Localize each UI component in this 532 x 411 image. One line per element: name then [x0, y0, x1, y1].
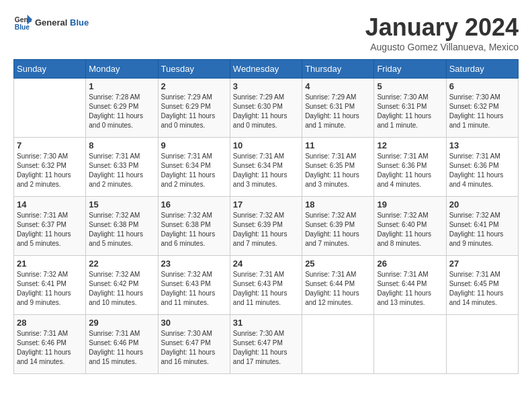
day-info: Sunrise: 7:31 AM Sunset: 6:43 PM Dayligh…: [233, 270, 299, 308]
day-cell: 20Sunrise: 7:32 AM Sunset: 6:41 PM Dayli…: [446, 197, 518, 256]
calendar-table: SundayMondayTuesdayWednesdayThursdayFrid…: [13, 59, 519, 374]
day-cell: 27Sunrise: 7:31 AM Sunset: 6:45 PM Dayli…: [446, 256, 518, 315]
day-info: Sunrise: 7:29 AM Sunset: 6:30 PM Dayligh…: [233, 93, 299, 130]
day-cell: 4Sunrise: 7:29 AM Sunset: 6:31 PM Daylig…: [302, 79, 374, 138]
week-row-5: 28Sunrise: 7:31 AM Sunset: 6:46 PM Dayli…: [14, 315, 519, 374]
day-cell: [374, 315, 446, 374]
day-cell: 12Sunrise: 7:31 AM Sunset: 6:36 PM Dayli…: [374, 138, 446, 197]
day-info: Sunrise: 7:30 AM Sunset: 6:47 PM Dayligh…: [161, 329, 227, 367]
day-cell: 30Sunrise: 7:30 AM Sunset: 6:47 PM Dayli…: [158, 315, 230, 374]
week-row-3: 14Sunrise: 7:31 AM Sunset: 6:37 PM Dayli…: [14, 197, 519, 256]
day-cell: 21Sunrise: 7:32 AM Sunset: 6:41 PM Dayli…: [14, 256, 86, 315]
day-cell: 1Sunrise: 7:28 AM Sunset: 6:29 PM Daylig…: [86, 79, 158, 138]
day-info: Sunrise: 7:32 AM Sunset: 6:43 PM Dayligh…: [161, 270, 227, 308]
day-cell: 16Sunrise: 7:32 AM Sunset: 6:38 PM Dayli…: [158, 197, 230, 256]
day-info: Sunrise: 7:31 AM Sunset: 6:46 PM Dayligh…: [17, 329, 83, 367]
day-number: 29: [89, 318, 154, 328]
weekday-header-tuesday: Tuesday: [158, 60, 230, 79]
day-number: 19: [377, 199, 443, 210]
day-info: Sunrise: 7:32 AM Sunset: 6:42 PM Dayligh…: [89, 270, 154, 308]
day-number: 26: [377, 259, 443, 269]
day-info: Sunrise: 7:31 AM Sunset: 6:34 PM Dayligh…: [233, 152, 299, 189]
day-number: 3: [233, 81, 299, 91]
day-number: 7: [17, 140, 83, 150]
weekday-header-saturday: Saturday: [446, 60, 518, 79]
day-cell: 14Sunrise: 7:31 AM Sunset: 6:37 PM Dayli…: [14, 197, 86, 256]
day-number: 9: [161, 140, 227, 150]
day-cell: 26Sunrise: 7:31 AM Sunset: 6:44 PM Dayli…: [374, 256, 446, 315]
day-info: Sunrise: 7:32 AM Sunset: 6:38 PM Dayligh…: [161, 211, 227, 248]
day-number: 5: [377, 81, 443, 91]
header-row: SundayMondayTuesdayWednesdayThursdayFrid…: [14, 60, 519, 79]
day-info: Sunrise: 7:30 AM Sunset: 6:32 PM Dayligh…: [17, 152, 83, 189]
day-info: Sunrise: 7:31 AM Sunset: 6:36 PM Dayligh…: [377, 152, 443, 189]
day-cell: [302, 315, 374, 374]
day-info: Sunrise: 7:29 AM Sunset: 6:29 PM Dayligh…: [161, 93, 227, 130]
week-row-4: 21Sunrise: 7:32 AM Sunset: 6:41 PM Dayli…: [14, 256, 519, 315]
day-cell: 3Sunrise: 7:29 AM Sunset: 6:30 PM Daylig…: [230, 79, 302, 138]
day-cell: 29Sunrise: 7:31 AM Sunset: 6:46 PM Dayli…: [86, 315, 158, 374]
day-number: 10: [233, 140, 299, 150]
day-number: 12: [377, 140, 443, 150]
day-number: 28: [17, 318, 83, 328]
week-row-1: 1Sunrise: 7:28 AM Sunset: 6:29 PM Daylig…: [14, 79, 519, 138]
day-cell: 11Sunrise: 7:31 AM Sunset: 6:35 PM Dayli…: [302, 138, 374, 197]
day-number: 30: [161, 318, 227, 328]
weekday-header-friday: Friday: [374, 60, 446, 79]
day-info: Sunrise: 7:30 AM Sunset: 6:47 PM Dayligh…: [233, 329, 299, 367]
day-info: Sunrise: 7:31 AM Sunset: 6:44 PM Dayligh…: [305, 270, 371, 308]
logo-blue: Blue: [70, 17, 89, 28]
day-info: Sunrise: 7:31 AM Sunset: 6:45 PM Dayligh…: [449, 270, 515, 308]
day-cell: 13Sunrise: 7:31 AM Sunset: 6:36 PM Dayli…: [446, 138, 518, 197]
day-cell: 18Sunrise: 7:32 AM Sunset: 6:39 PM Dayli…: [302, 197, 374, 256]
weekday-header-sunday: Sunday: [14, 60, 86, 79]
day-cell: 6Sunrise: 7:30 AM Sunset: 6:32 PM Daylig…: [446, 79, 518, 138]
day-cell: 2Sunrise: 7:29 AM Sunset: 6:29 PM Daylig…: [158, 79, 230, 138]
week-row-2: 7Sunrise: 7:30 AM Sunset: 6:32 PM Daylig…: [14, 138, 519, 197]
day-number: 25: [305, 259, 371, 269]
calendar-body: 1Sunrise: 7:28 AM Sunset: 6:29 PM Daylig…: [14, 79, 519, 374]
day-number: 2: [161, 81, 227, 91]
day-cell: 24Sunrise: 7:31 AM Sunset: 6:43 PM Dayli…: [230, 256, 302, 315]
day-info: Sunrise: 7:32 AM Sunset: 6:39 PM Dayligh…: [233, 211, 299, 248]
day-info: Sunrise: 7:29 AM Sunset: 6:31 PM Dayligh…: [305, 93, 371, 130]
day-cell: 22Sunrise: 7:32 AM Sunset: 6:42 PM Dayli…: [86, 256, 158, 315]
day-cell: 15Sunrise: 7:32 AM Sunset: 6:38 PM Dayli…: [86, 197, 158, 256]
day-info: Sunrise: 7:32 AM Sunset: 6:39 PM Dayligh…: [305, 211, 371, 248]
day-number: 4: [305, 81, 371, 91]
day-number: 21: [17, 259, 83, 269]
day-cell: 7Sunrise: 7:30 AM Sunset: 6:32 PM Daylig…: [14, 138, 86, 197]
day-info: Sunrise: 7:32 AM Sunset: 6:41 PM Dayligh…: [17, 270, 83, 308]
weekday-header-monday: Monday: [86, 60, 158, 79]
day-cell: 25Sunrise: 7:31 AM Sunset: 6:44 PM Dayli…: [302, 256, 374, 315]
day-number: 20: [449, 199, 515, 210]
day-info: Sunrise: 7:31 AM Sunset: 6:35 PM Dayligh…: [305, 152, 371, 189]
weekday-header-wednesday: Wednesday: [230, 60, 302, 79]
svg-text:Blue: Blue: [15, 24, 30, 31]
day-cell: 31Sunrise: 7:30 AM Sunset: 6:47 PM Dayli…: [230, 315, 302, 374]
day-number: 15: [89, 199, 154, 210]
day-cell: 28Sunrise: 7:31 AM Sunset: 6:46 PM Dayli…: [14, 315, 86, 374]
day-number: 14: [17, 199, 83, 210]
day-info: Sunrise: 7:31 AM Sunset: 6:36 PM Dayligh…: [449, 152, 515, 189]
day-info: Sunrise: 7:32 AM Sunset: 6:41 PM Dayligh…: [449, 211, 515, 248]
day-info: Sunrise: 7:31 AM Sunset: 6:46 PM Dayligh…: [89, 329, 154, 367]
day-number: 8: [89, 140, 154, 150]
day-info: Sunrise: 7:31 AM Sunset: 6:44 PM Dayligh…: [377, 270, 443, 308]
logo-icon: General Blue: [13, 13, 32, 32]
day-number: 27: [449, 259, 515, 269]
day-cell: 10Sunrise: 7:31 AM Sunset: 6:34 PM Dayli…: [230, 138, 302, 197]
day-info: Sunrise: 7:31 AM Sunset: 6:33 PM Dayligh…: [89, 152, 154, 189]
day-info: Sunrise: 7:30 AM Sunset: 6:32 PM Dayligh…: [449, 93, 515, 130]
day-cell: 17Sunrise: 7:32 AM Sunset: 6:39 PM Dayli…: [230, 197, 302, 256]
day-cell: [14, 79, 86, 138]
day-info: Sunrise: 7:28 AM Sunset: 6:29 PM Dayligh…: [89, 93, 154, 130]
day-number: 1: [89, 81, 154, 91]
day-info: Sunrise: 7:30 AM Sunset: 6:31 PM Dayligh…: [377, 93, 443, 130]
day-number: 23: [161, 259, 227, 269]
calendar-title: January 2024: [365, 13, 519, 42]
day-cell: 8Sunrise: 7:31 AM Sunset: 6:33 PM Daylig…: [86, 138, 158, 197]
calendar-header: SundayMondayTuesdayWednesdayThursdayFrid…: [14, 60, 519, 79]
weekday-header-thursday: Thursday: [302, 60, 374, 79]
day-number: 16: [161, 199, 227, 210]
